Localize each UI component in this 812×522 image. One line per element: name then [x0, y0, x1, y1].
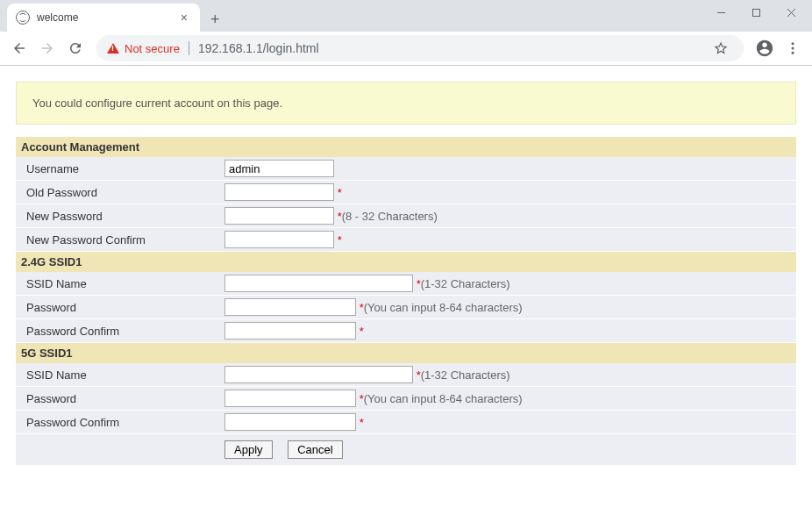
apply-button[interactable]: Apply: [224, 440, 273, 459]
svg-point-4: [792, 42, 794, 45]
cancel-button[interactable]: Cancel: [288, 440, 342, 459]
browser-tab[interactable]: welcome ×: [7, 4, 200, 32]
url-text: 192.168.1.1/login.html: [198, 41, 700, 55]
info-message: You could configure current account on t…: [16, 82, 796, 125]
minimize-button[interactable]: [703, 0, 738, 25]
address-bar[interactable]: Not secure 192.168.1.1/login.html: [96, 35, 744, 61]
hint-5g-ssid: (1-32 Characters): [421, 368, 510, 382]
ssid-5g-name-field[interactable]: [224, 366, 413, 383]
row-24g-ssid: SSID Name *(1-32 Characters): [16, 272, 796, 296]
globe-icon: [16, 11, 30, 25]
back-button[interactable]: [7, 36, 32, 61]
security-label: Not secure: [125, 42, 180, 55]
row-username: Username: [16, 157, 796, 181]
label-24g-password-confirm: Password Confirm: [16, 319, 217, 343]
toolbar: Not secure 192.168.1.1/login.html: [0, 32, 812, 65]
forward-button[interactable]: [35, 36, 60, 61]
required-indicator: *: [338, 233, 342, 247]
row-old-password: Old Password *: [16, 181, 796, 204]
warning-icon: [107, 43, 119, 54]
row-new-password: New Password *(8 - 32 Characters): [16, 204, 796, 228]
close-icon[interactable]: ×: [177, 11, 191, 25]
account-icon[interactable]: [752, 36, 777, 61]
label-username: Username: [16, 157, 217, 181]
hint-24g-password: (You can input 8-64 characters): [364, 301, 523, 314]
ssid-5g-password-confirm-field[interactable]: [224, 413, 356, 431]
menu-icon[interactable]: [780, 36, 805, 61]
hint-24g-ssid: (1-32 Characters): [421, 277, 510, 290]
row-new-password-confirm: New Password Confirm *: [16, 228, 796, 252]
section-header-5g: 5G SSID1: [16, 343, 796, 364]
tab-bar: welcome × +: [0, 0, 812, 32]
ssid-5g-password-field[interactable]: [224, 390, 356, 407]
new-tab-button[interactable]: +: [200, 7, 231, 32]
tab-title: welcome: [37, 11, 170, 24]
label-old-password: Old Password: [16, 181, 217, 204]
config-form: Account Management Username Old Password…: [16, 137, 796, 465]
required-indicator: *: [338, 186, 342, 199]
row-24g-password: Password *(You can input 8-64 characters…: [16, 296, 796, 319]
label-24g-ssid: SSID Name: [16, 272, 217, 296]
ssid-24g-name-field[interactable]: [224, 275, 413, 292]
label-5g-password-confirm: Password Confirm: [16, 411, 217, 434]
old-password-field[interactable]: [224, 183, 334, 201]
section-header-24g: 2.4G SSID1: [16, 252, 796, 273]
ssid-24g-password-confirm-field[interactable]: [224, 322, 356, 340]
label-new-password: New Password: [16, 204, 217, 228]
window-controls: [703, 0, 808, 25]
security-indicator[interactable]: Not secure: [107, 42, 180, 55]
reload-button[interactable]: [63, 36, 88, 61]
label-5g-ssid: SSID Name: [16, 363, 217, 387]
close-window-button[interactable]: [773, 0, 808, 25]
svg-point-6: [792, 52, 794, 54]
ssid-24g-password-field[interactable]: [224, 298, 356, 316]
svg-rect-1: [752, 9, 759, 16]
bookmark-icon[interactable]: [709, 36, 733, 61]
new-password-confirm-field[interactable]: [224, 231, 334, 248]
required-indicator: *: [360, 325, 364, 338]
label-new-password-confirm: New Password Confirm: [16, 228, 217, 252]
button-row: Apply Cancel: [16, 434, 796, 466]
row-5g-password: Password *(You can input 8-64 characters…: [16, 387, 796, 411]
username-field[interactable]: [224, 160, 334, 177]
label-24g-password: Password: [16, 296, 217, 319]
row-5g-password-confirm: Password Confirm *: [16, 411, 796, 434]
hint-new-password: (8 - 32 Characters): [342, 210, 438, 223]
required-indicator: *: [360, 416, 364, 429]
section-header-account: Account Management: [16, 137, 796, 157]
row-24g-password-confirm: Password Confirm *: [16, 319, 796, 343]
row-5g-ssid: SSID Name *(1-32 Characters): [16, 363, 796, 387]
maximize-button[interactable]: [738, 0, 773, 25]
hint-5g-password: (You can input 8-64 characters): [364, 392, 523, 405]
new-password-field[interactable]: [224, 207, 334, 225]
page-content: You could configure current account on t…: [0, 66, 812, 481]
svg-point-5: [792, 47, 794, 50]
label-5g-password: Password: [16, 387, 217, 411]
divider: [189, 41, 189, 55]
browser-chrome: welcome × + Not secu: [0, 0, 812, 66]
